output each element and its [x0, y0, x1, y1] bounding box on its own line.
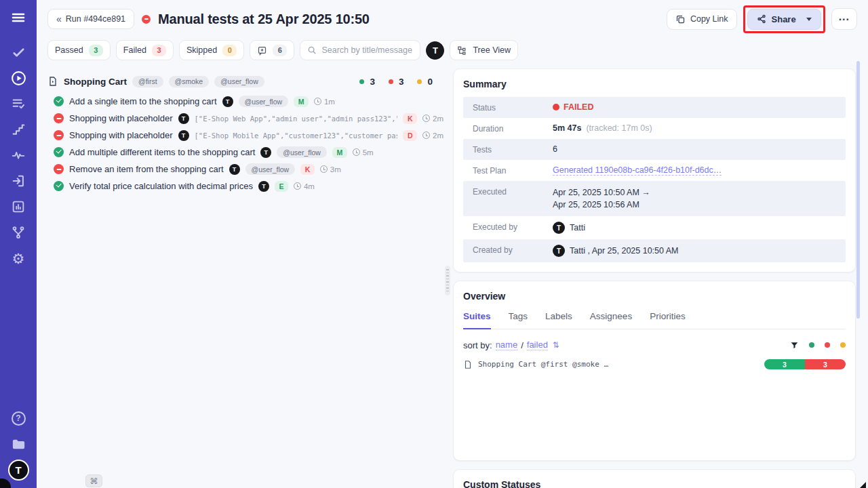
failed-count-badge: 3 — [152, 45, 166, 56]
test-row[interactable]: Add a single item to the shopping cart T… — [47, 93, 443, 110]
overview-sort-row: sort by: name / failed ⇅ — [463, 340, 846, 350]
plans-list-check-icon[interactable] — [0, 91, 37, 117]
right-scrollbar[interactable] — [856, 61, 860, 319]
pane-resize-handle[interactable] — [445, 266, 450, 296]
tab-tags[interactable]: Tags — [509, 311, 528, 329]
comments-count-badge: 6 — [273, 45, 287, 56]
row-label: Status — [473, 102, 553, 113]
row-label: Executed — [473, 186, 553, 197]
tests-check-icon[interactable] — [0, 39, 37, 65]
filter-passed-button[interactable]: Passed 3 — [47, 40, 111, 60]
runs-play-icon[interactable] — [0, 65, 37, 91]
failed-dot-icon — [389, 79, 393, 84]
test-tag[interactable]: @user_flow — [239, 96, 289, 107]
assignee-avatar: T — [178, 113, 189, 124]
tree-view-icon — [457, 45, 467, 56]
suite-name: Shopping Cart — [64, 77, 127, 87]
test-title: Verify total price calculation with deci… — [69, 181, 253, 191]
import-signin-icon[interactable] — [0, 168, 37, 194]
suite-tag[interactable]: @user_flow — [214, 76, 264, 87]
custom-statuses-card: Custom Statuses sort by: name / failed ⇅ — [453, 469, 856, 488]
hamburger-menu-icon[interactable] — [0, 0, 37, 35]
suite-passed-count: 3 — [370, 77, 375, 87]
test-row[interactable]: Shopping with placeholder T ["E-Shop Web… — [47, 110, 443, 127]
legend-skipped-dot[interactable] — [840, 342, 846, 348]
failed-minus-icon — [54, 130, 64, 140]
summary-row-executed-by: Executed by TTatti — [463, 216, 846, 239]
search-box[interactable] — [300, 40, 420, 60]
sidebar-nav: ⚙ — [0, 39, 37, 271]
sort-by-name-link[interactable]: name — [496, 340, 518, 350]
back-chevrons-icon: « — [56, 14, 61, 24]
executed-by-value: TTatti — [553, 222, 585, 234]
suite-tag[interactable]: @first — [132, 76, 163, 87]
test-letter-badge: K — [403, 113, 417, 124]
test-title: Add a single item to the shopping cart — [69, 96, 217, 106]
tree-view-button[interactable]: Tree View — [450, 40, 518, 60]
test-tag[interactable]: @user_flow — [277, 146, 327, 158]
keyboard-shortcuts-button[interactable]: ⌘ — [85, 474, 102, 487]
suite-header-row[interactable]: Shopping Cart @first @smoke @user_flow 3… — [47, 73, 443, 90]
branches-git-icon[interactable] — [0, 220, 37, 245]
filter-funnel-icon[interactable] — [790, 341, 799, 350]
search-icon — [307, 45, 317, 55]
projects-folder-icon[interactable] — [0, 431, 37, 457]
sort-direction-icon[interactable]: ⇅ — [553, 340, 559, 350]
summary-row-executed: Executed Apr 25, 2025 10:50 AM →Apr 25, … — [463, 181, 846, 216]
test-example-args: ["E-Shop Mobile App","customer123","cust… — [195, 131, 398, 140]
row-label: Duration — [473, 123, 553, 134]
test-letter-badge: M — [294, 96, 309, 107]
tab-labels[interactable]: Labels — [545, 311, 572, 329]
legend-failed-dot[interactable] — [825, 342, 830, 348]
user-avatar[interactable]: T — [426, 41, 444, 60]
test-duration: 4m — [294, 182, 315, 190]
tab-assignees[interactable]: Assignees — [590, 311, 632, 329]
sort-by-failed-link[interactable]: failed — [527, 340, 548, 350]
copy-icon — [675, 14, 686, 24]
executed-dates: Apr 25, 2025 10:50 AM →Apr 25, 2025 10:5… — [553, 186, 650, 211]
help-icon[interactable] — [0, 405, 37, 431]
clock-icon — [353, 148, 360, 156]
summary-row-test-plan: Test Plan Generated 1190e08b-ca96-4f26-b… — [463, 160, 846, 181]
suite-tag[interactable]: @smoke — [169, 76, 210, 87]
summary-table: Status FAILED Duration 5m 47s(tracked: 1… — [463, 97, 846, 262]
summary-row-status: Status FAILED — [463, 97, 846, 118]
test-row[interactable]: Verify total price calculation with deci… — [47, 178, 443, 195]
custom-statuses-title: Custom Statuses — [463, 479, 846, 488]
back-to-run-button[interactable]: « Run #494ce891 — [47, 9, 134, 29]
clock-icon — [422, 131, 430, 139]
test-row[interactable]: Shopping with placeholder T ["E-Shop Mob… — [47, 127, 443, 144]
summary-card: Summary Status FAILED Duration 5m 47s(tr… — [453, 68, 856, 272]
passed-label: Passed — [55, 45, 83, 55]
reports-chart-icon[interactable] — [0, 194, 37, 220]
search-input[interactable] — [321, 45, 413, 55]
milestones-steps-icon[interactable] — [0, 117, 37, 142]
assignee-avatar: T — [229, 164, 240, 175]
test-plan-link[interactable]: Generated 1190e08b-ca96-4f26-b10f-d6dc… — [553, 165, 722, 176]
legend-passed-dot[interactable] — [809, 342, 814, 348]
test-row[interactable]: Add multiple different items to the shop… — [47, 144, 443, 161]
summary-row-tests: Tests 6 — [463, 139, 846, 160]
tab-priorities[interactable]: Priorities — [650, 311, 686, 329]
share-dropdown-caret-icon[interactable] — [806, 18, 812, 21]
status-legend — [790, 341, 846, 350]
tab-suites[interactable]: Suites — [463, 311, 491, 329]
more-options-button[interactable]: ... — [831, 8, 857, 30]
share-button[interactable]: Share — [747, 9, 821, 30]
test-tag[interactable]: @user_flow — [245, 163, 296, 175]
share-label: Share — [772, 14, 796, 24]
overview-suite-row[interactable]: Shopping Cart @first @smoke … 3 3 — [463, 359, 846, 369]
test-duration: 2m — [422, 131, 443, 140]
copy-link-button[interactable]: Copy Link — [667, 9, 737, 30]
pulse-activity-icon[interactable] — [0, 142, 37, 168]
filter-skipped-button[interactable]: Skipped 0 — [179, 40, 244, 60]
filter-failed-button[interactable]: Failed 3 — [116, 40, 174, 60]
executor-avatar: T — [553, 222, 565, 234]
test-letter-badge: K — [300, 164, 315, 175]
settings-gear-icon[interactable]: ⚙ — [0, 245, 37, 271]
failed-label: Failed — [123, 45, 146, 55]
comments-filter-button[interactable]: 6 — [250, 40, 294, 60]
row-label: Test Plan — [473, 165, 553, 176]
app-root: ⚙ T « Run #494ce891 Manual tests at 25 A… — [0, 0, 868, 488]
test-row[interactable]: Remove an item from the shopping cart T … — [47, 161, 443, 178]
